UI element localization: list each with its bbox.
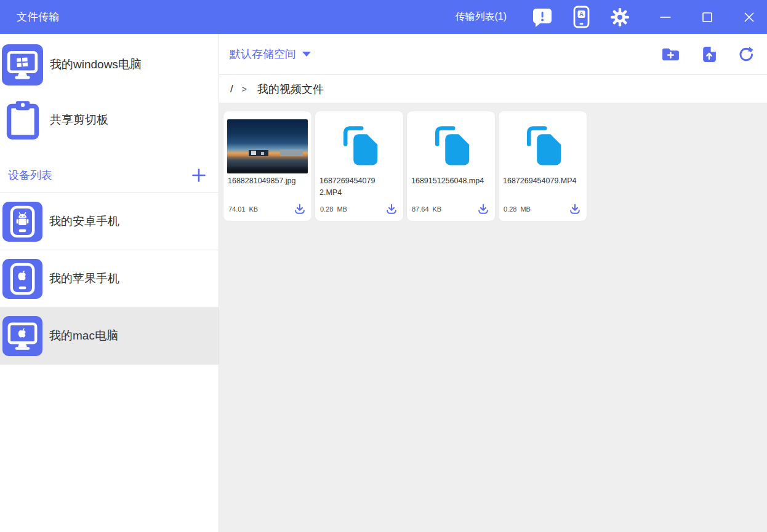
file-name: 1687269454079.MP4 (503, 175, 582, 187)
storage-selector[interactable]: 默认存储空间 (230, 47, 311, 62)
svg-text:A: A (579, 10, 584, 17)
refresh-button[interactable] (737, 46, 754, 63)
mac-computer-icon (2, 316, 42, 356)
file-icon (335, 121, 384, 169)
titlebar: 文件传输 传输列表(1) A (0, 0, 767, 34)
close-button[interactable] (742, 10, 756, 24)
sidebar-item-windows-pc[interactable]: 我的windows电脑 (0, 37, 219, 92)
download-icon[interactable] (385, 203, 398, 215)
storage-bar: 默认存储空间 (219, 34, 767, 75)
minimize-button[interactable] (659, 10, 672, 24)
add-device-button[interactable] (191, 168, 206, 183)
image-thumbnail (227, 119, 308, 173)
android-phone-icon (2, 202, 42, 242)
breadcrumb-current: 我的视频文件 (257, 82, 324, 97)
file-card[interactable]: 1687269454079 2.MP4 0.28MB (315, 111, 403, 221)
file-card[interactable]: 1689151256048.mp4 87.64KB (407, 111, 495, 221)
file-name: 1688281049857.jpg (228, 175, 307, 187)
device-item-android-phone[interactable]: 我的安卓手机 (0, 193, 219, 250)
file-card[interactable]: 1688281049857.jpg 74.01KB (223, 111, 311, 221)
windows-pc-icon (2, 44, 43, 85)
file-card[interactable]: 1687269454079.MP4 0.28MB (499, 111, 587, 221)
breadcrumb-separator: > (242, 84, 247, 94)
file-size: 0.28MB (320, 205, 347, 213)
app-title: 文件传输 (17, 10, 60, 24)
device-label: 我的mac电脑 (49, 328, 118, 344)
device-list: 我的安卓手机 我的苹果手机 我的mac电脑 (0, 193, 219, 365)
download-icon[interactable] (569, 203, 581, 215)
transfer-list-button[interactable]: 传输列表(1) (455, 10, 507, 23)
phone-mirror-icon[interactable]: A (573, 6, 590, 28)
device-section-title: 设备列表 (8, 168, 52, 183)
file-size: 87.64KB (412, 205, 441, 213)
clipboard-icon (2, 100, 43, 140)
new-folder-button[interactable] (661, 46, 680, 62)
device-label: 我的安卓手机 (49, 213, 119, 229)
storage-selector-label: 默认存储空间 (230, 47, 296, 62)
sidebar: 我的windows电脑 共享剪切板 设备列表 (0, 34, 219, 532)
message-icon[interactable] (531, 7, 553, 28)
file-name: 1689151256048.mp4 (411, 175, 491, 187)
file-area: 1688281049857.jpg 74.01KB 1687269454079 … (219, 103, 767, 532)
sidebar-item-label: 共享剪切板 (50, 112, 108, 128)
maximize-button[interactable] (701, 10, 714, 24)
app-body: 我的windows电脑 共享剪切板 设备列表 (0, 34, 767, 532)
file-grid: 1688281049857.jpg 74.01KB 1687269454079 … (223, 111, 763, 221)
breadcrumb: / > 我的视频文件 (219, 75, 767, 103)
file-icon (519, 121, 567, 169)
download-icon[interactable] (294, 203, 306, 215)
file-icon (427, 121, 475, 169)
main-panel: 默认存储空间 (219, 34, 767, 532)
settings-icon[interactable] (609, 7, 630, 28)
sidebar-item-label: 我的windows电脑 (50, 57, 142, 73)
file-size: 0.28MB (504, 205, 531, 213)
device-item-apple-phone[interactable]: 我的苹果手机 (0, 250, 219, 308)
sidebar-item-clipboard[interactable]: 共享剪切板 (0, 92, 219, 148)
toolbar (661, 46, 754, 63)
device-section-header: 设备列表 (0, 157, 219, 193)
device-label: 我的苹果手机 (49, 271, 119, 287)
chevron-down-icon (302, 52, 311, 57)
apple-phone-icon (2, 259, 42, 299)
device-item-mac-computer[interactable]: 我的mac电脑 (0, 308, 219, 365)
file-name: 1687269454079 2.MP4 (319, 175, 399, 199)
download-icon[interactable] (477, 203, 489, 215)
file-size: 74.01KB (228, 205, 258, 213)
breadcrumb-root[interactable]: / (230, 83, 233, 95)
upload-file-button[interactable] (701, 46, 717, 63)
